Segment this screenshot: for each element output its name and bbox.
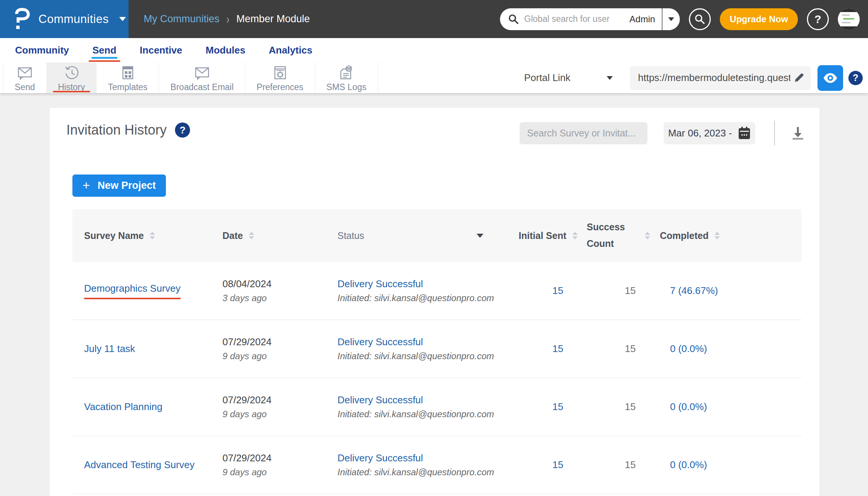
page: Communities My Communities › Member Modu…: [0, 0, 868, 496]
tab-label: Community: [15, 44, 69, 56]
tool-label: Templates: [108, 82, 147, 92]
product-switcher[interactable]: Communities: [0, 0, 129, 38]
avatar-decoration: [843, 18, 854, 20]
tab-analytics[interactable]: Analytics: [269, 38, 313, 63]
user-avatar[interactable]: [838, 8, 860, 30]
survey-name-link[interactable]: Demographics Survey: [84, 283, 181, 299]
tool-sms-logs[interactable]: SMS Logs: [315, 63, 378, 93]
column-header-survey-name[interactable]: Survey Name: [72, 230, 211, 241]
tool-label: Preferences: [257, 82, 304, 92]
eye-icon: [823, 72, 838, 84]
portal-link-dropdown[interactable]: Portal Link: [524, 72, 613, 84]
portal-link-label: Portal Link: [524, 72, 570, 84]
edit-pencil-icon[interactable]: [793, 72, 805, 84]
tab-modules[interactable]: Modules: [205, 38, 245, 63]
avatar-decoration: [842, 22, 851, 23]
new-project-label: New Project: [98, 180, 156, 191]
date-relative: 9 days ago: [222, 467, 313, 478]
breadcrumb: My Communities › Member Module: [144, 13, 310, 25]
status-link[interactable]: Delivery Successful: [337, 452, 501, 464]
success-count-value: 15: [581, 459, 656, 471]
column-header-date[interactable]: Date: [211, 230, 313, 241]
date-value: 07/29/2024: [222, 336, 313, 348]
completed-link[interactable]: 7 (46.67%): [670, 285, 718, 296]
breadcrumb-my-communities[interactable]: My Communities: [144, 13, 219, 25]
column-label: Initial Sent: [519, 230, 566, 241]
portal-url-field[interactable]: https://membermoduletesting.quest: [630, 66, 811, 90]
tab-label: Analytics: [269, 44, 313, 56]
title-help-button[interactable]: ?: [175, 122, 190, 138]
initiated-by: Initiated: silvi.kansal@questionpro.com: [337, 351, 501, 361]
invitation-history-card: Invitation History ? Mar 06, 2023 - +: [50, 108, 819, 496]
sort-icon: [572, 232, 578, 239]
advanced-search-button[interactable]: [689, 8, 711, 30]
tool-send[interactable]: Send: [3, 63, 47, 93]
date-cell: 07/29/2024 9 days ago: [211, 394, 313, 419]
column-label: Date: [222, 230, 243, 241]
tab-label: Incentive: [140, 44, 182, 56]
column-header-status[interactable]: Status: [313, 230, 501, 241]
questionpro-logo: [13, 8, 30, 31]
status-cell: Delivery Successful Initiated: silvi.kan…: [313, 452, 501, 478]
plus-icon: +: [83, 179, 90, 191]
column-header-initial-sent[interactable]: Initial Sent: [501, 230, 581, 241]
send-envelope-icon: [17, 65, 33, 80]
status-cell: Delivery Successful Initiated: silvi.kan…: [313, 394, 501, 419]
table-row: Advanced Testing Survey 07/29/2024 9 day…: [72, 436, 802, 494]
tool-preferences[interactable]: Preferences: [245, 63, 315, 93]
completed-link[interactable]: 0 (0.0%): [670, 401, 707, 412]
help-button[interactable]: ?: [807, 8, 829, 30]
portal-help-button[interactable]: ?: [848, 71, 863, 85]
initial-sent-link[interactable]: 15: [552, 401, 563, 412]
completed-link[interactable]: 0 (0.0%): [670, 459, 707, 470]
top-header: Communities My Communities › Member Modu…: [0, 0, 868, 38]
initial-sent-link[interactable]: 15: [552, 343, 563, 354]
chevron-down-icon: [119, 17, 126, 21]
search-scope-dropdown[interactable]: [663, 8, 680, 30]
upgrade-now-button[interactable]: Upgrade Now: [720, 8, 798, 30]
preview-portal-button[interactable]: [817, 65, 843, 91]
survey-name-link[interactable]: Advanced Testing Survey: [84, 459, 195, 470]
date-cell: 07/29/2024 9 days ago: [211, 336, 313, 361]
tab-incentive[interactable]: Incentive: [140, 38, 182, 63]
column-header-success-count[interactable]: Success Count: [581, 219, 656, 252]
column-label: Success Count: [587, 219, 629, 252]
global-search: Admin: [500, 8, 680, 30]
toolbar-right: Portal Link https://membermoduletesting.…: [524, 65, 868, 91]
tool-label: Send: [15, 82, 35, 92]
date-value: 07/29/2024: [222, 394, 313, 406]
new-project-button[interactable]: + New Project: [72, 175, 166, 197]
download-icon: [790, 126, 806, 141]
avatar-decoration: [838, 8, 860, 12]
tab-community[interactable]: Community: [15, 38, 69, 63]
avatar-decoration: [838, 26, 860, 30]
initial-sent-link[interactable]: 15: [552, 459, 563, 470]
chevron-right-icon: ›: [226, 11, 230, 26]
tool-templates[interactable]: Templates: [97, 63, 159, 93]
download-button[interactable]: [790, 126, 806, 141]
date-value: 08/04/2024: [222, 278, 313, 290]
initiated-by: Initiated: silvi.kansal@questionpro.com: [337, 467, 501, 478]
tab-label: Modules: [205, 44, 245, 56]
status-link[interactable]: Delivery Successful: [337, 336, 501, 348]
sms-logs-document-icon: [339, 65, 354, 80]
initial-sent-link[interactable]: 15: [552, 285, 563, 296]
date-range-text: Mar 06, 2023 -: [668, 127, 732, 139]
survey-search-input[interactable]: [520, 122, 647, 144]
column-header-completed[interactable]: Completed: [656, 230, 739, 241]
module-tabs: Community Send Incentive Modules Analyti…: [0, 38, 868, 63]
tab-send[interactable]: Send: [92, 38, 117, 63]
survey-name-link[interactable]: Vacation Planning: [84, 401, 163, 412]
sort-icon: [715, 232, 720, 239]
global-search-input[interactable]: [524, 14, 629, 24]
status-filter-caret-icon[interactable]: [477, 234, 483, 238]
date-value: 07/29/2024: [222, 452, 313, 464]
tool-history[interactable]: History: [47, 63, 97, 93]
date-range-picker[interactable]: Mar 06, 2023 -: [664, 122, 755, 144]
tool-broadcast-email[interactable]: Broadcast Email: [159, 63, 245, 93]
status-link[interactable]: Delivery Successful: [337, 278, 501, 290]
completed-link[interactable]: 0 (0.0%): [670, 343, 707, 354]
survey-name-link[interactable]: July 11 task: [84, 343, 135, 354]
status-link[interactable]: Delivery Successful: [337, 394, 501, 406]
initiated-by: Initiated: silvi.kansal@questionpro.com: [337, 293, 501, 303]
